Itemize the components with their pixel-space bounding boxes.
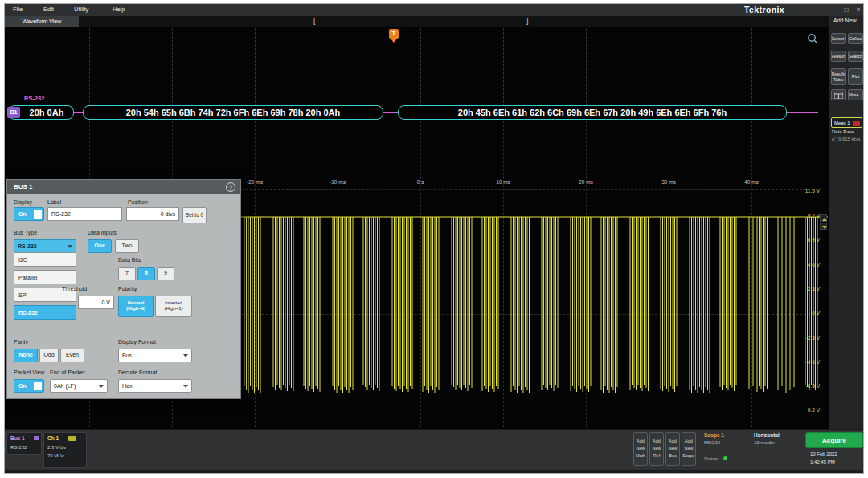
toggle-state-label: On — [18, 383, 27, 389]
meas1-badge[interactable]: Meas 1 — [831, 117, 862, 128]
bus1-badge[interactable]: Bus 1 RS-232 — [6, 432, 42, 455]
tab-waveform-view[interactable]: Waveform View — [5, 16, 79, 27]
add-new-scope-button[interactable]: Add New Scope — [682, 432, 696, 466]
packet-view-toggle[interactable]: On — [14, 379, 44, 393]
ch1-badge[interactable]: Ch 1 2.3 V/div 70 MHz — [43, 432, 87, 468]
menu-edit[interactable]: Edit — [43, 6, 54, 13]
parity-none-button[interactable]: None — [14, 349, 38, 362]
scope1-panel[interactable]: Scope 1 MSO24 Status: — [702, 432, 749, 466]
sidebar-title: Add New... — [829, 18, 864, 23]
dialog-header[interactable]: BUS 1 ? — [7, 180, 240, 194]
add-new-math-button[interactable]: Add New Math — [633, 432, 648, 466]
polarity-normal-button[interactable]: Normal (High=0) — [118, 296, 154, 317]
add-plot-button[interactable]: Plot — [848, 68, 863, 85]
data-bits-7-button[interactable]: 7 — [118, 267, 136, 280]
system-date: 10 Feb 2022 — [810, 451, 837, 456]
menu-help[interactable]: Help — [113, 6, 125, 13]
bus1-source-badge[interactable]: B1 — [7, 107, 20, 118]
parity-odd-button[interactable]: Odd — [39, 349, 59, 362]
data-bits-label: Data Bits — [118, 257, 141, 263]
time-tick-label: -20 ms — [239, 179, 271, 185]
volt-tick-label: 9.2 V — [788, 213, 820, 219]
help-icon[interactable]: ? — [226, 182, 235, 192]
meas1-readout-title: Data Rate — [832, 129, 854, 134]
bus-type-option-parallel[interactable]: Parallel — [14, 270, 76, 284]
volt-tick-label: 11.5 V — [788, 188, 820, 194]
more-button[interactable]: More... — [848, 89, 863, 100]
display-on-toggle[interactable]: On — [14, 207, 44, 221]
bus1-config-dialog: BUS 1 ? Display Label Position On RS-232… — [6, 179, 241, 399]
horizontal-title: Horizontal — [754, 432, 780, 438]
add-results-table-button[interactable]: Results Table — [831, 68, 846, 85]
chevron-down-icon — [183, 385, 188, 388]
acq-bracket-left[interactable]: [ — [313, 16, 316, 27]
add-math-line: Math — [634, 452, 647, 460]
parity-label: Parity — [14, 339, 28, 345]
add-new-ref-button[interactable]: Add New Ref — [649, 432, 664, 466]
scale-up-button[interactable] — [820, 214, 827, 222]
data-bits-8-button[interactable]: 8 — [137, 267, 155, 280]
end-of-packet-value: 0Ah (LF) — [54, 383, 76, 389]
add-ref-line: Add — [650, 438, 663, 445]
menu-utility[interactable]: Utility — [74, 6, 88, 13]
bus-label-field[interactable]: RS-232 — [47, 207, 122, 221]
dialog-title: BUS 1 — [14, 183, 33, 190]
add-new-bus-button[interactable]: Add New Bus — [665, 432, 680, 466]
status-ok-icon — [723, 456, 727, 460]
display-format-dropdown[interactable]: Bus — [118, 349, 192, 362]
horizontal-panel[interactable]: Horizontal 10 ms/div — [752, 432, 802, 466]
toggle-state-label: On — [18, 211, 27, 217]
add-callout-button[interactable]: Callout — [848, 33, 863, 44]
bus-type-option-i2c[interactable]: I2C — [14, 252, 76, 267]
set-to-zero-button[interactable]: Set to 0 — [182, 207, 207, 223]
time-tick-label: 30 ms — [653, 179, 685, 185]
add-ref-line: New — [650, 445, 663, 452]
bus1-badge-title: Bus 1 — [10, 435, 25, 441]
bus-type-option-rs232[interactable]: RS-232 — [14, 305, 76, 320]
meas-alert-icon — [853, 121, 860, 126]
scale-down-button[interactable] — [820, 223, 827, 230]
ch1-bandwidth: 70 MHz — [47, 453, 64, 458]
results-grid-button[interactable] — [831, 89, 846, 100]
position-field[interactable]: 0 divs — [126, 207, 179, 221]
zoom-magnifier-icon[interactable] — [807, 33, 819, 45]
add-bus-line: Add — [666, 438, 679, 445]
close-button[interactable]: × — [854, 6, 863, 14]
maximize-button[interactable]: □ — [841, 6, 851, 14]
scope1-status-label: Status: — [704, 456, 719, 461]
threshold-field[interactable]: 0 V — [78, 296, 114, 309]
data-bits-9-button[interactable]: 9 — [157, 267, 174, 280]
end-of-packet-dropdown[interactable]: 0Ah (LF) — [50, 379, 108, 393]
channel-flag-icon — [68, 436, 76, 441]
decode-format-label: Decode Format — [118, 370, 157, 375]
ch1-scale: 2.3 V/div — [47, 445, 66, 450]
add-measure-button[interactable]: Measure — [831, 51, 846, 62]
volt-tick-label: 6.9 V — [788, 237, 820, 243]
bus-packet: 20h 45h 6Eh 61h 62h 6Ch 69h 6Eh 67h 20h … — [398, 105, 787, 120]
decode-format-dropdown[interactable]: Hex — [118, 379, 192, 393]
add-scope-line: New — [682, 445, 695, 452]
add-scope-line: Scope — [682, 452, 695, 460]
menu-file[interactable]: File — [13, 6, 23, 13]
acq-bracket-right[interactable]: ] — [526, 16, 529, 27]
volt-tick-label: -6.9 V — [788, 383, 820, 389]
polarity-inverted-button[interactable]: Inverted (High=1) — [155, 296, 192, 317]
data-inputs-two-button[interactable]: Two — [115, 239, 139, 253]
volt-tick-label: -4.6 V — [788, 359, 820, 365]
add-scope-line: Add — [682, 438, 695, 445]
add-search-button[interactable]: Search — [848, 51, 863, 62]
parity-even-button[interactable]: Even — [60, 349, 84, 362]
add-math-line: Add — [634, 438, 647, 445]
position-label: Position — [128, 199, 148, 205]
add-cursors-button[interactable]: Cursors — [831, 33, 846, 44]
display-format-value: Bus — [122, 353, 132, 358]
bottom-bar: Bus 1 RS-232 Ch 1 2.3 V/div 70 MHz Add N… — [5, 429, 864, 470]
bus-type-dropdown[interactable]: RS-232 — [14, 239, 76, 253]
trigger-position-flag[interactable]: T — [389, 29, 399, 39]
chevron-down-icon — [99, 385, 104, 388]
data-inputs-label: Data Inputs — [88, 230, 117, 235]
data-inputs-one-button[interactable]: One — [88, 239, 112, 253]
bus-packet: 20h 54h 65h 6Bh 74h 72h 6Fh 6Eh 69h 78h … — [83, 105, 383, 120]
minimize-button[interactable]: – — [829, 6, 839, 14]
acquire-button[interactable]: Acquire — [805, 432, 863, 448]
